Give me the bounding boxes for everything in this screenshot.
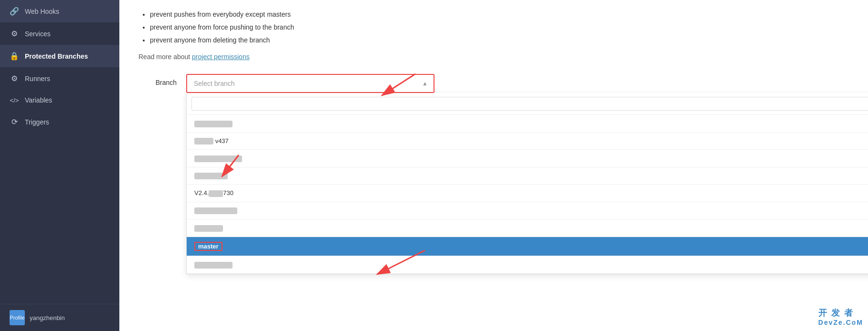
variables-icon: </> — [10, 97, 19, 104]
dropdown-item-master[interactable]: master — [187, 237, 868, 256]
branch-row: Branch Select branch ▲ — [138, 74, 849, 93]
branch-select-box[interactable]: Select branch ▲ — [186, 74, 434, 93]
dropdown-item-7[interactable] — [187, 219, 868, 237]
watermark-line1: 开 发 者 — [818, 308, 854, 318]
avatar: Profile — [10, 310, 25, 325]
branch-suffix-5: 730 — [223, 189, 233, 197]
watermark: 开 发 者 DevZe.CoM — [818, 307, 863, 326]
dropdown-search[interactable] — [187, 93, 868, 115]
bullet-item-1: prevent pushes from everybody except mas… — [150, 10, 849, 20]
content-area: prevent pushes from everybody except mas… — [119, 0, 868, 134]
services-icon: ⚙ — [10, 29, 19, 38]
branch-placeholder: Select branch — [194, 80, 235, 87]
sidebar-item-label: Services — [25, 30, 51, 38]
branch-dropdown[interactable]: v437 V2.4.730 — [186, 93, 868, 274]
sidebar: 🔗 Web Hooks ⚙ Services 🔒 Protected Branc… — [0, 0, 119, 331]
sidebar-item-variables[interactable]: </> Variables — [0, 90, 119, 111]
bullet-item-2: prevent anyone from force pushing to the… — [150, 22, 849, 32]
webhooks-icon: 🔗 — [10, 7, 19, 16]
blurred-branch-1 — [194, 121, 233, 127]
dropdown-item-5[interactable]: V2.4.730 — [187, 185, 868, 202]
dropdown-item-1[interactable] — [187, 115, 868, 133]
sidebar-item-runners[interactable]: ⚙ Runners — [0, 67, 119, 90]
branch-name-5: V2.4. — [194, 189, 209, 197]
sidebar-item-services[interactable]: ⚙ Services — [0, 22, 119, 45]
chevron-down-icon: ▲ — [422, 80, 428, 87]
branch-search-input[interactable] — [191, 97, 868, 111]
blurred-prefix-2 — [194, 138, 213, 145]
runners-icon: ⚙ — [10, 74, 19, 83]
watermark-line2: DevZe.CoM — [818, 319, 863, 326]
project-permissions-link[interactable]: project permissions — [192, 53, 250, 61]
profile-username: yangzhenbin — [30, 314, 65, 321]
dropdown-item-3[interactable] — [187, 150, 868, 167]
sidebar-item-label: Web Hooks — [25, 8, 59, 15]
blurred-branch-3 — [194, 155, 242, 162]
sidebar-item-protected-branches[interactable]: 🔒 Protected Branches — [0, 45, 119, 67]
avatar-label: Profile — [10, 315, 24, 321]
profile-section[interactable]: Profile yangzhenbin — [0, 304, 119, 331]
lock-icon: 🔒 — [10, 52, 19, 61]
branch-name-2: v437 — [215, 137, 229, 145]
blurred-branch-7 — [194, 225, 223, 232]
read-more-text: Read more about project permissions — [138, 53, 849, 61]
dropdown-item-9[interactable] — [187, 256, 868, 274]
bullet-item-3: prevent anyone from deleting the branch — [150, 35, 849, 45]
branch-form: Branch Select branch ▲ — [138, 74, 849, 124]
blurred-branch-6 — [194, 207, 237, 214]
blurred-branch-9 — [194, 262, 233, 269]
dropdown-item-4[interactable] — [187, 167, 868, 185]
blurred-branch-4 — [194, 173, 228, 179]
blurred-mid-5 — [209, 190, 223, 197]
triggers-icon: ⟳ — [10, 117, 19, 126]
sidebar-item-label: Variables — [25, 96, 52, 104]
sidebar-item-label: Protected Branches — [25, 52, 88, 60]
main-content: prevent pushes from everybody except mas… — [119, 0, 868, 331]
branch-selector-wrapper: Select branch ▲ — [186, 74, 434, 93]
sidebar-item-webhooks[interactable]: 🔗 Web Hooks — [0, 0, 119, 22]
sidebar-item-label: Triggers — [25, 118, 49, 126]
info-list: prevent pushes from everybody except mas… — [138, 10, 849, 45]
dropdown-item-6[interactable] — [187, 202, 868, 220]
branch-name-master: master — [194, 242, 222, 251]
dropdown-item-2[interactable]: v437 — [187, 133, 868, 150]
sidebar-item-triggers[interactable]: ⟳ Triggers — [0, 111, 119, 133]
sidebar-item-label: Runners — [25, 75, 50, 83]
branch-label: Branch — [138, 74, 177, 86]
